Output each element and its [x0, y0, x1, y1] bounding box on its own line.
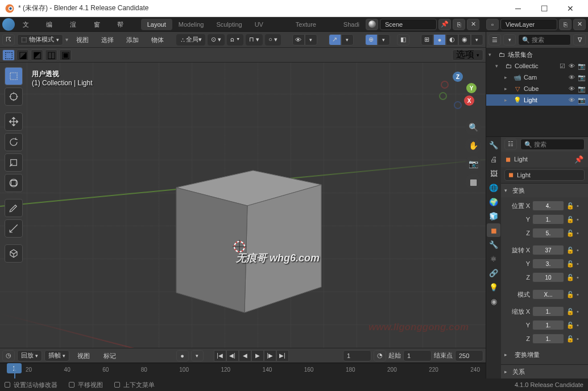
- transform-panel-header[interactable]: ▾变换: [501, 184, 588, 197]
- matprev-button[interactable]: ◐: [446, 34, 458, 45]
- transform-tool[interactable]: [5, 174, 23, 192]
- tree-row-light[interactable]: ▸💡Light 👁📷: [486, 94, 588, 106]
- next-key-button[interactable]: |▶: [264, 350, 276, 361]
- value-input[interactable]: 1.: [532, 306, 564, 317]
- prop-tab-output[interactable]: 🖨: [487, 152, 500, 166]
- tree-row-cube[interactable]: ▸▽Cube 👁📷: [486, 83, 588, 94]
- vp-menu-物体[interactable]: 物体: [146, 32, 169, 47]
- snap-to-button[interactable]: ⊓ ▾: [246, 34, 263, 45]
- link-icon[interactable]: •: [577, 230, 585, 236]
- lock-icon[interactable]: 🔓: [566, 274, 574, 281]
- link-icon[interactable]: •: [577, 216, 585, 223]
- outliner-display-icon[interactable]: ▾: [503, 34, 516, 45]
- lock-icon[interactable]: 🔓: [566, 308, 574, 315]
- vp-menu-添加[interactable]: 添加: [121, 32, 144, 47]
- move-tool[interactable]: [5, 113, 23, 131]
- maximize-button[interactable]: ☐: [531, 0, 557, 17]
- overlay-button[interactable]: ⊕: [365, 34, 378, 45]
- rendered-button[interactable]: ◉: [458, 34, 471, 45]
- link-icon[interactable]: •: [577, 308, 585, 315]
- outliner-search-input[interactable]: 🔍 搜索: [518, 34, 571, 45]
- tree-row-scene[interactable]: ▾🗀场景集合: [486, 49, 588, 60]
- autokey-dd-button[interactable]: ▾: [191, 350, 204, 361]
- vis-dd-button[interactable]: ▾: [305, 34, 317, 45]
- prop-tab-collection[interactable]: 🧊: [487, 209, 500, 223]
- keying-menu[interactable]: 插帧 ▾: [44, 350, 69, 361]
- link-icon[interactable]: •: [577, 260, 585, 267]
- shading-dd-button[interactable]: ▾: [471, 34, 483, 45]
- minimize-button[interactable]: ─: [505, 0, 531, 17]
- tree-row-collection[interactable]: ▾🗀Collectic ☑👁📷: [486, 60, 588, 72]
- timeline-view-menu[interactable]: 视图: [72, 348, 96, 363]
- autokey-button[interactable]: ●: [176, 350, 189, 361]
- value-input[interactable]: 5.: [532, 228, 564, 238]
- 3d-viewport[interactable]: 用户透视 (1) Collection | Light: [0, 63, 486, 348]
- tab-modeling[interactable]: Modeling: [172, 19, 210, 30]
- zoom-button[interactable]: 🔍: [465, 119, 481, 135]
- select-extend-button[interactable]: ◪: [16, 49, 29, 61]
- overlay-dd-button[interactable]: ▾: [378, 34, 390, 45]
- viewlayer-input[interactable]: ViewLayer: [500, 19, 557, 30]
- xray-button[interactable]: ◧: [397, 34, 409, 45]
- editor-type-icon[interactable]: ☈: [2, 34, 15, 45]
- prop-tab-physics[interactable]: ⚛: [487, 252, 500, 265]
- value-input[interactable]: 1.: [532, 214, 564, 224]
- value-input[interactable]: 1.: [532, 334, 564, 344]
- prop-tab-constraints[interactable]: 🔗: [487, 266, 500, 280]
- scene-browse-icon[interactable]: [366, 19, 378, 30]
- options-button[interactable]: 选项▾: [452, 49, 483, 61]
- perspective-button[interactable]: ▦: [465, 174, 481, 190]
- select-box-button[interactable]: ⬚: [2, 49, 15, 61]
- orientation-button[interactable]: ⛬ 全局 ▾: [176, 34, 205, 45]
- value-input[interactable]: 4.: [532, 201, 564, 211]
- select-xor-button[interactable]: ◫: [45, 49, 57, 61]
- cursor-tool[interactable]: [5, 88, 23, 106]
- menu-编辑[interactable]: 编辑: [40, 17, 64, 32]
- vp-menu-选择[interactable]: 选择: [96, 32, 119, 47]
- vp-menu-视图[interactable]: 视图: [71, 32, 94, 47]
- prop-tab-viewlayer[interactable]: 🖼: [487, 167, 500, 180]
- prop-tab-scene[interactable]: 🌐: [487, 181, 500, 194]
- jump-end-button[interactable]: ▶|: [276, 350, 289, 361]
- prop-tab-modifiers[interactable]: 🔧: [487, 238, 500, 251]
- preview-range-button[interactable]: ◔: [374, 350, 386, 361]
- outliner-editor-icon[interactable]: ☰: [488, 34, 501, 45]
- link-icon[interactable]: •: [577, 247, 585, 253]
- nav-gizmo[interactable]: X Y Z: [439, 69, 479, 109]
- gizmo-button[interactable]: ↗: [329, 34, 341, 45]
- vis-eye-button[interactable]: 👁: [292, 34, 305, 45]
- play-button[interactable]: ▶: [251, 350, 264, 361]
- tree-row-camera[interactable]: ▸📹Cam 👁📷: [486, 72, 588, 83]
- menu-窗口[interactable]: 窗口: [88, 17, 112, 32]
- link-icon[interactable]: •: [577, 335, 585, 342]
- prev-key-button[interactable]: ◀|: [226, 350, 239, 361]
- link-icon[interactable]: •: [577, 274, 585, 281]
- prop-tab-object[interactable]: ◼: [487, 223, 500, 237]
- annotate-tool[interactable]: [5, 199, 23, 217]
- prop-tab-data[interactable]: 💡: [487, 280, 500, 294]
- lock-icon[interactable]: 🔓: [566, 335, 574, 343]
- snap-button[interactable]: ᘯ ▾: [227, 34, 243, 45]
- prop-tab-world[interactable]: 🌍: [487, 195, 500, 209]
- proportional-button[interactable]: ○ ▾: [265, 34, 281, 45]
- add-tool[interactable]: [5, 244, 23, 263]
- outliner-filter-button[interactable]: ∇: [573, 34, 586, 45]
- value-input[interactable]: 1.: [532, 320, 564, 330]
- object-select[interactable]: ◼Light: [504, 169, 585, 181]
- jump-start-button[interactable]: |◀: [214, 350, 226, 361]
- viewlayer-icon[interactable]: ▫: [486, 19, 499, 30]
- lock-icon[interactable]: 🔓: [566, 247, 574, 254]
- link-icon[interactable]: •: [577, 202, 585, 209]
- lock-icon[interactable]: 🔓: [566, 216, 574, 223]
- close-button[interactable]: ✕: [557, 0, 583, 17]
- pin-scene-button[interactable]: 📌: [438, 19, 451, 30]
- measure-tool[interactable]: [5, 219, 23, 238]
- value-input[interactable]: 3.: [532, 259, 564, 269]
- lock-icon[interactable]: 🔓: [566, 202, 574, 210]
- select-sub-button[interactable]: ◩: [31, 49, 43, 61]
- scale-tool[interactable]: [5, 153, 23, 172]
- timeline-marker-menu[interactable]: 标记: [98, 348, 122, 363]
- app-menu-icon[interactable]: [2, 18, 15, 31]
- rotate-tool[interactable]: [5, 133, 23, 151]
- play-rev-button[interactable]: ◀: [239, 350, 251, 361]
